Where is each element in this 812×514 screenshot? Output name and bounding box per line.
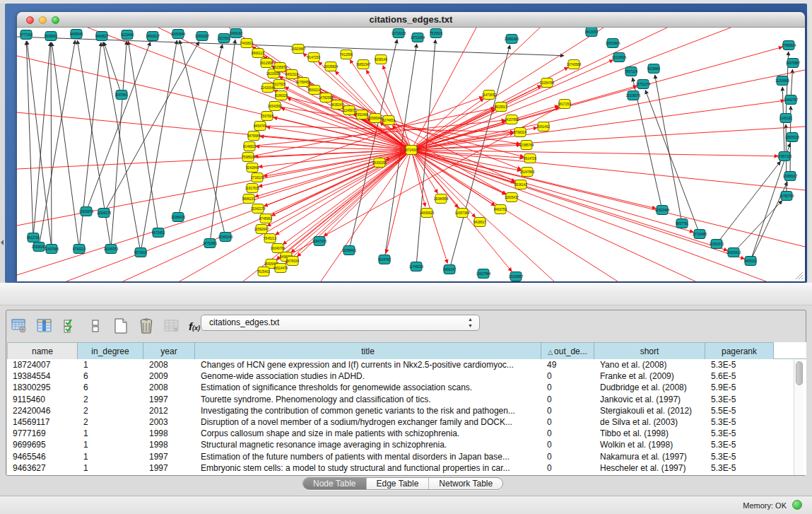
network-node[interactable]: 10293857 bbox=[509, 272, 524, 281]
cell-out_degree[interactable]: 0 bbox=[541, 370, 594, 382]
network-node[interactable]: 8629517 bbox=[495, 103, 507, 112]
column-header-pagerank[interactable]: pagerank bbox=[705, 342, 774, 359]
network-node[interactable]: 8563214 bbox=[308, 86, 321, 95]
table-row[interactable]: 1872400712008Changes of HCN gene express… bbox=[7, 359, 806, 370]
cell-out_degree[interactable]: 0 bbox=[541, 451, 594, 462]
network-node[interactable]: 13586942 bbox=[368, 114, 383, 123]
network-node[interactable]: 18300295 bbox=[372, 158, 387, 168]
table-row[interactable]: 911546021997Tourette syndrome. Phenomeno… bbox=[7, 394, 806, 405]
network-node[interactable]: 19384554 bbox=[434, 194, 449, 204]
network-node[interactable]: 6466160 bbox=[230, 29, 242, 38]
network-node[interactable]: 19975887 bbox=[786, 59, 801, 68]
network-node[interactable]: 15247863 bbox=[520, 168, 535, 177]
select-all-columns-icon[interactable] bbox=[61, 317, 78, 334]
network-node[interactable]: 8351492 bbox=[537, 122, 550, 132]
dropdown-stepper-icon[interactable]: ▲▼ bbox=[468, 316, 473, 329]
column-header-short[interactable]: short bbox=[594, 342, 705, 359]
cell-pagerank[interactable]: 5.6E-5 bbox=[705, 370, 774, 382]
network-node[interactable]: 13509876 bbox=[79, 207, 94, 216]
network-node[interactable]: 7952468 bbox=[355, 110, 368, 119]
network-node[interactable]: 9886231 bbox=[242, 194, 255, 204]
table-row[interactable]: 1456911722003Disruption of a novel membe… bbox=[7, 416, 806, 428]
cell-title[interactable]: Tourette syndrome. Phenomenology and cla… bbox=[195, 394, 541, 405]
network-node[interactable]: 10635824 bbox=[324, 62, 339, 71]
network-node[interactable]: 9768324 bbox=[514, 128, 526, 137]
network-node[interactable]: 20206576 bbox=[626, 91, 641, 100]
table-vertical-scrollbar[interactable] bbox=[794, 360, 804, 475]
cell-year[interactable]: 2008 bbox=[143, 382, 195, 393]
network-node[interactable]: 9777169 bbox=[20, 30, 33, 40]
network-node[interactable]: 11748293 bbox=[409, 262, 424, 271]
network-node[interactable]: 5875685 bbox=[247, 132, 260, 141]
table-row[interactable]: 2242004622012Investigating the contribut… bbox=[7, 405, 806, 416]
cell-title[interactable]: Embryonic stem cells: a model to study s… bbox=[195, 462, 541, 474]
cell-title[interactable]: Disruption of a novel member of a sodium… bbox=[195, 416, 541, 428]
table-row[interactable]: 946554611997Estimation of the future num… bbox=[7, 451, 806, 462]
network-node[interactable]: 9812736 bbox=[27, 233, 40, 243]
cell-in_degree[interactable]: 1 bbox=[78, 451, 143, 462]
network-node[interactable]: 10553287 bbox=[195, 32, 210, 41]
network-node[interactable]: 20053846 bbox=[171, 30, 186, 39]
network-node[interactable]: 14569117 bbox=[146, 32, 160, 41]
cell-out_degree[interactable]: 0 bbox=[541, 462, 594, 474]
network-node[interactable]: 17959924 bbox=[782, 41, 796, 50]
expand-control-panel-icon[interactable] bbox=[1, 240, 4, 245]
cell-year[interactable]: 2012 bbox=[143, 405, 195, 416]
network-node[interactable]: 11934275 bbox=[97, 209, 112, 218]
network-node[interactable]: 7857224 bbox=[625, 67, 637, 76]
cell-pagerank[interactable]: 5.3E-5 bbox=[705, 451, 774, 462]
cell-name[interactable]: 22420046 bbox=[7, 405, 78, 416]
network-node[interactable]: 12437586 bbox=[45, 245, 59, 254]
cell-title[interactable]: Estimation of the future numbers of pati… bbox=[195, 451, 541, 462]
select-columns-icon[interactable] bbox=[36, 317, 53, 334]
cell-in_degree[interactable]: 2 bbox=[78, 394, 143, 405]
network-node[interactable]: 3912954 bbox=[260, 59, 273, 68]
network-node[interactable]: 10847635 bbox=[312, 237, 327, 246]
network-node[interactable]: 10719138 bbox=[392, 29, 406, 38]
network-node[interactable]: 9329966 bbox=[647, 64, 660, 74]
cell-short[interactable]: Franke et al. (2009) bbox=[594, 370, 705, 382]
cell-pagerank[interactable]: 5.3E-5 bbox=[705, 428, 774, 439]
network-node[interactable]: 15342178 bbox=[251, 204, 266, 214]
network-node[interactable]: 13942797 bbox=[784, 95, 799, 105]
network-node[interactable]: 8186328 bbox=[275, 91, 288, 100]
network-node[interactable]: 20891406 bbox=[505, 35, 519, 44]
column-header-title[interactable]: title bbox=[195, 342, 541, 359]
cell-out_degree[interactable]: 49 bbox=[541, 359, 594, 370]
cell-year[interactable]: 2008 bbox=[143, 359, 195, 370]
network-node[interactable]: 10582647 bbox=[254, 225, 269, 234]
network-node[interactable]: 2718129 bbox=[251, 173, 264, 182]
cell-in_degree[interactable]: 6 bbox=[78, 382, 143, 393]
column-header-in-degree[interactable]: in_degree bbox=[78, 342, 143, 359]
network-node[interactable]: 10958107 bbox=[783, 172, 798, 181]
cell-name[interactable]: 9115460 bbox=[7, 394, 78, 405]
network-node[interactable]: 15716485 bbox=[693, 230, 707, 239]
network-node[interactable]: 20351672 bbox=[710, 240, 724, 249]
cell-title[interactable]: Estimation of significance thresholds fo… bbox=[195, 382, 541, 393]
network-node[interactable]: 18713054 bbox=[411, 33, 425, 42]
network-node[interactable]: 8790213 bbox=[73, 245, 86, 254]
cell-short[interactable]: Dudbridge et al. (2008) bbox=[594, 382, 705, 393]
network-node[interactable]: 15218506 bbox=[612, 53, 627, 62]
cell-year[interactable]: 1998 bbox=[143, 428, 195, 439]
cell-title[interactable]: Changes of HCN gene expression and I(f) … bbox=[195, 359, 541, 370]
cell-in_degree[interactable]: 2 bbox=[78, 416, 143, 428]
network-node[interactable]: 7515526 bbox=[430, 29, 442, 38]
network-node[interactable]: 16046766 bbox=[271, 244, 286, 253]
table-row[interactable]: 977716911998Corpus callosum shape and si… bbox=[7, 428, 806, 439]
network-node[interactable]: 7625402 bbox=[257, 267, 270, 276]
network-node[interactable]: 1527602 bbox=[218, 34, 230, 43]
network-node[interactable]: 18053809 bbox=[606, 39, 620, 48]
network-node[interactable]: 9573418 bbox=[134, 248, 147, 257]
table-row[interactable]: 1938455462009Genome-wide association stu… bbox=[7, 370, 806, 382]
network-node[interactable]: 14752981 bbox=[203, 239, 218, 248]
network-node[interactable]: 1145191 bbox=[779, 114, 792, 123]
network-node[interactable]: 9247861 bbox=[115, 90, 128, 100]
network-node[interactable]: 8454749 bbox=[254, 122, 266, 131]
network-node[interactable]: 9465546 bbox=[70, 30, 83, 39]
cell-name[interactable]: 9465546 bbox=[7, 451, 78, 462]
network-node[interactable]: 8914726 bbox=[524, 154, 536, 163]
network-node[interactable]: 9258146 bbox=[375, 55, 387, 64]
network-node[interactable]: 11156869 bbox=[775, 76, 789, 86]
cell-name[interactable]: 14569117 bbox=[7, 416, 78, 428]
